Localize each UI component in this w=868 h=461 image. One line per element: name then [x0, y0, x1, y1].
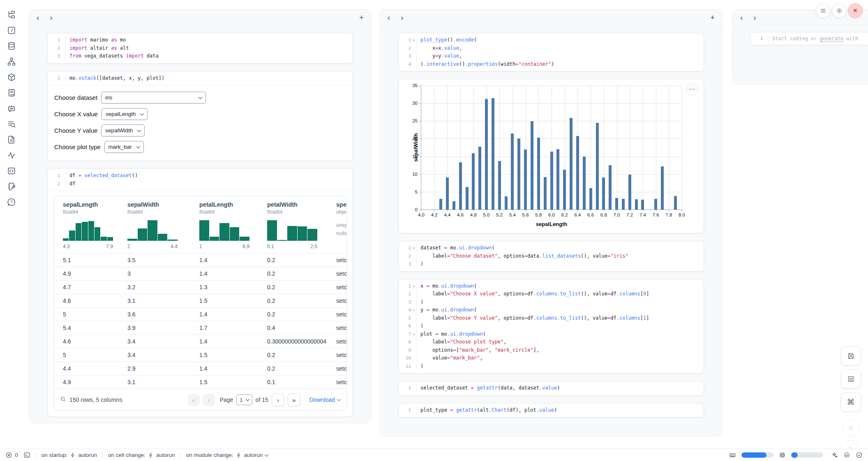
table-row[interactable]: 4.93.11.50.1setosa	[54, 375, 346, 389]
datasources-icon[interactable]	[7, 41, 16, 51]
code-line[interactable]: 1x = mo.ui.dropdown(	[401, 282, 699, 290]
code-editor[interactable]: 1plot_type().encode(2 x=x.value,3 y=y.va…	[399, 33, 704, 71]
download-button[interactable]: Download	[309, 396, 340, 403]
tracebacks-icon[interactable]	[7, 150, 16, 160]
code-line[interactable]: 2df	[50, 180, 349, 188]
column-move-right-button[interactable]: ›	[50, 14, 52, 21]
table-row[interactable]: 4.63.11.50.2setosa	[54, 294, 346, 307]
code-line[interactable]: 10 value="mark_bar",	[401, 354, 699, 362]
help-icon[interactable]: ?	[7, 197, 16, 207]
code-line[interactable]: 4y = mo.ui.dropdown(	[401, 306, 699, 314]
stop-button[interactable]	[842, 419, 859, 436]
dropdown-1[interactable]: sepalLength	[102, 108, 148, 120]
logs-icon[interactable]	[7, 119, 16, 129]
empty-cell[interactable]: 1 Start coding or generate with	[750, 32, 868, 45]
ai-chat-icon[interactable]	[7, 104, 16, 113]
code-line[interactable]: 1import marimo as mo	[50, 36, 349, 44]
table-row[interactable]: 4.73.21.30.2setosa	[54, 280, 346, 294]
dropdown-3[interactable]: mark_bar	[104, 141, 144, 153]
add-column-button[interactable]: +	[359, 14, 364, 21]
shutdown-button[interactable]: ×	[848, 3, 863, 18]
code-line[interactable]: 1mo.vstack([dataset, x, y, plot])	[50, 74, 349, 83]
code-line[interactable]: 3)	[401, 298, 699, 307]
code-line[interactable]: 3from vega_datasets import data	[50, 52, 349, 60]
runtime-setting[interactable]: on cell change:autorun	[108, 452, 175, 458]
code-line[interactable]: 11)	[401, 362, 699, 371]
code-line[interactable]: 5 label="Choose Y value", options=df.col…	[401, 314, 699, 323]
column-move-left-button[interactable]: ‹	[740, 14, 743, 21]
save-button[interactable]	[841, 346, 861, 366]
code-line[interactable]: 8 label="Choose plot type",	[401, 338, 699, 346]
errors-indicator[interactable]: 0	[5, 452, 18, 459]
code-line[interactable]: 1dataset = mo.ui.dropdown(	[401, 244, 699, 252]
next-page-button[interactable]: ›	[272, 394, 284, 406]
sparkles-icon[interactable]	[831, 452, 838, 459]
packages-icon[interactable]	[7, 72, 16, 82]
layout-button[interactable]	[841, 369, 861, 389]
table-row[interactable]: 4.42.91.40.2setosa	[54, 362, 346, 375]
code-line[interactable]: 1plot_type = getattr(alt.Chart(df), plot…	[401, 406, 699, 415]
table-row[interactable]: 53.61.40.2setosa	[54, 307, 346, 321]
terminal-button[interactable]	[23, 452, 30, 459]
code-editor[interactable]: 1mo.vstack([dataset, x, y, plot])	[48, 71, 353, 85]
table-row[interactable]: 4.931.40.2setosa	[54, 267, 346, 280]
column-move-left-button[interactable]: ‹	[388, 14, 390, 21]
altair-chart[interactable]: 4.04.24.44.64.85.05.25.45.65.86.06.26.46…	[421, 85, 682, 210]
functions-icon[interactable]: f	[7, 25, 16, 35]
code-editor[interactable]: 1x = mo.ui.dropdown(2 label="Choose X va…	[399, 279, 704, 373]
cell-placeholder[interactable]: Start coding or generate with	[768, 36, 859, 41]
code-editor[interactable]: 1plot_type = getattr(alt.Chart(df), plot…	[399, 403, 704, 417]
file-explorer-icon[interactable]	[7, 10, 16, 20]
prev-page-button[interactable]: ‹	[203, 394, 215, 406]
documentation-icon[interactable]	[7, 135, 16, 145]
code-editor[interactable]: 1import marimo as mo2import altair as al…	[48, 33, 353, 63]
code-editor[interactable]: 1selected_dataset = getattr(data, datase…	[399, 381, 704, 395]
copilot-icon[interactable]	[843, 452, 850, 459]
outline-icon[interactable]	[7, 88, 16, 98]
column-move-left-button[interactable]: ‹	[37, 14, 39, 21]
code-line[interactable]: 6)	[401, 322, 699, 330]
notebook-menu-button[interactable]	[816, 3, 831, 18]
column-name[interactable]: petalWidth	[267, 201, 327, 208]
runtime-setting[interactable]: on module change:autorun	[186, 452, 268, 458]
code-editor[interactable]: 1df = selected_dataset()2df	[48, 169, 353, 191]
code-line[interactable]: 4).interactive().properties(width="conta…	[401, 60, 699, 69]
code-line[interactable]: 3)	[401, 260, 699, 268]
generate-link[interactable]: generate	[820, 36, 844, 41]
fold-icon[interactable]	[411, 282, 416, 290]
code-line[interactable]: 2 label="Choose X value", options=df.col…	[401, 290, 699, 298]
fold-icon[interactable]	[411, 36, 416, 44]
dropdown-2[interactable]: sepalWidth	[101, 124, 145, 136]
code-line[interactable]: 9 options=["mark_bar", "mark_circle"],	[401, 346, 699, 355]
column-move-right-button[interactable]: ›	[753, 14, 756, 21]
keyboard-shortcuts-button[interactable]: ⌘	[841, 392, 861, 412]
scratchpad-icon[interactable]	[7, 182, 16, 191]
column-move-right-button[interactable]: ›	[401, 14, 403, 21]
fold-icon[interactable]	[411, 244, 416, 252]
code-line[interactable]: 1plot_type().encode(	[401, 36, 699, 44]
code-line[interactable]: 1df = selected_dataset()	[50, 172, 349, 180]
dropdown-0[interactable]: iris	[101, 92, 206, 104]
dependency-graph-icon[interactable]	[7, 57, 16, 67]
page-select[interactable]: 1	[236, 394, 252, 405]
chart-actions-button[interactable]: •••	[686, 83, 699, 96]
code-line[interactable]: 3 y=y.value,	[401, 52, 699, 60]
code-line[interactable]: 2 label="Choose dataset", options=data.l…	[401, 252, 699, 260]
column-name[interactable]: species	[336, 201, 347, 208]
code-line[interactable]: 2 x=x.value,	[401, 44, 699, 53]
add-column-button[interactable]: +	[710, 14, 715, 21]
code-line[interactable]: 1selected_dataset = getattr(data, datase…	[401, 384, 699, 392]
first-page-button[interactable]: «	[188, 394, 200, 406]
fold-icon[interactable]	[411, 306, 416, 314]
snippets-icon[interactable]	[7, 166, 16, 176]
table-row[interactable]: 4.63.41.40.30000000000000004setosa	[54, 334, 346, 348]
table-row[interactable]: 5.13.51.40.2setosa	[54, 253, 346, 267]
column-name[interactable]: sepalWidth	[127, 201, 190, 208]
settings-button[interactable]	[832, 3, 847, 18]
connection-status-icon[interactable]	[856, 452, 863, 459]
fold-icon[interactable]	[411, 330, 416, 339]
column-name[interactable]: petalLength	[199, 201, 258, 208]
code-line[interactable]: 2import altair as alt	[50, 44, 349, 53]
table-row[interactable]: 53.41.50.2setosa	[54, 348, 346, 362]
code-line[interactable]: 7plot = mo.ui.dropdown(	[401, 330, 699, 339]
